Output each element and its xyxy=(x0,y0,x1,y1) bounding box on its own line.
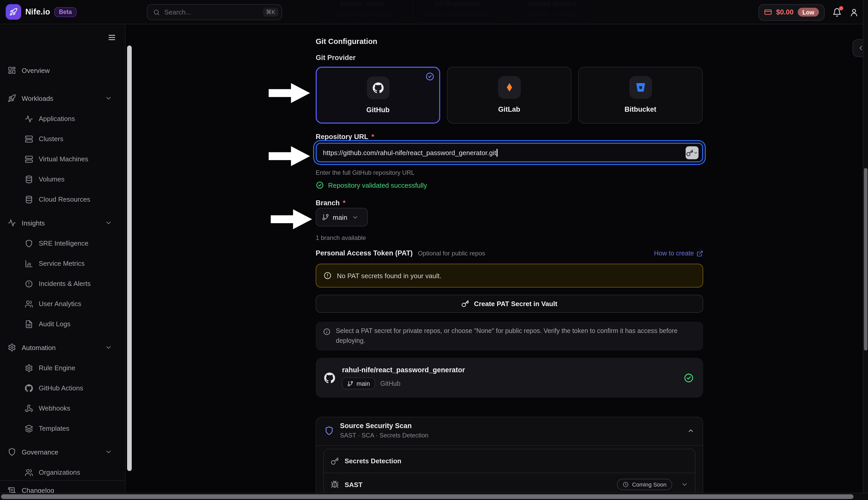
git-branch-icon xyxy=(347,380,353,387)
security-row-secrets-detection[interactable]: Secrets Detection xyxy=(324,449,695,473)
search-placeholder: Search... xyxy=(164,8,191,16)
branch-dropdown[interactable]: main xyxy=(316,208,368,226)
credit-card-icon xyxy=(764,8,772,16)
rocket-icon xyxy=(8,94,16,102)
source-security-scan-card: Source Security Scan SAST · SCA · Secret… xyxy=(316,417,703,500)
how-to-create-link[interactable]: How to create xyxy=(654,250,703,257)
horizontal-scrollbar-thumb[interactable] xyxy=(1,494,854,499)
key-icon xyxy=(462,300,469,308)
git-branch-icon xyxy=(322,214,329,221)
sidebar-item-rule-engine[interactable]: Rule Engine xyxy=(0,358,125,378)
repository-url-input[interactable]: https://github.com/rahul-nife/react_pass… xyxy=(316,143,703,162)
balance-amount: $0.00 xyxy=(776,8,794,16)
layers-icon xyxy=(25,424,33,433)
security-scan-header[interactable]: Source Security Scan SAST · SCA · Secret… xyxy=(316,417,703,445)
required-asterisk: * xyxy=(372,133,374,141)
sidebar-item-automation[interactable]: Automation xyxy=(0,337,125,358)
sidebar-item-webhooks[interactable]: Webhooks xyxy=(0,398,125,418)
rocket-icon xyxy=(9,8,17,16)
sidebar-item-organizations[interactable]: Organizations xyxy=(0,462,125,480)
check-circle-icon xyxy=(316,181,324,189)
password-manager-key-button[interactable] xyxy=(685,146,699,159)
sidebar-item-applications[interactable]: Applications xyxy=(0,109,125,129)
pat-warning-banner: No PAT secrets found in your vault. xyxy=(316,264,703,287)
external-link-icon xyxy=(696,250,703,257)
create-pat-secret-button[interactable]: Create PAT Secret in Vault xyxy=(316,295,703,313)
notifications-button[interactable] xyxy=(832,8,842,17)
activity-icon xyxy=(25,115,33,123)
app-viewport: Docker ImageDocker Hub or registryGit Re… xyxy=(0,0,868,500)
repository-url-helper: Enter the full GitHub repository URL xyxy=(316,169,703,176)
nife-logo xyxy=(6,4,21,20)
bug-icon xyxy=(331,480,339,489)
provider-card-bitbucket[interactable]: Bitbucket xyxy=(578,67,703,124)
brand-name: Nife.io xyxy=(25,7,50,16)
settings-icon xyxy=(8,343,16,352)
github-icon xyxy=(324,372,335,383)
sidebar-item-volumes[interactable]: Volumes xyxy=(0,169,125,189)
gitlab-icon xyxy=(504,82,515,93)
security-scan-title: Source Security Scan xyxy=(340,422,428,430)
webhook-icon xyxy=(25,404,33,412)
sidebar-item-workloads[interactable]: Workloads xyxy=(0,88,125,109)
repository-summary-card: rahul-nife/react_password_generator main… xyxy=(316,358,703,398)
sidebar-item-templates[interactable]: Templates xyxy=(0,418,125,439)
shield-icon xyxy=(8,448,16,456)
brand[interactable]: Nife.io Beta xyxy=(6,4,77,20)
sidebar-item-overview[interactable]: Overview xyxy=(0,60,125,81)
security-scan-panel: Secrets DetectionSASTComing Soon xyxy=(324,449,695,496)
provider-card-github[interactable]: GitHub xyxy=(316,67,440,124)
chevron-down-icon xyxy=(105,95,112,102)
balance-pill[interactable]: $0.00 Low xyxy=(759,4,825,20)
sidebar-item-incidents-alerts[interactable]: Incidents & Alerts xyxy=(0,274,125,294)
sidebar-nav: OverviewWorkloadsApplicationsClustersVir… xyxy=(0,36,125,480)
chevron-up-icon xyxy=(687,427,694,434)
chevron-down-icon xyxy=(693,150,698,155)
layout-icon xyxy=(8,66,16,75)
sidebar-item-user-analytics[interactable]: User Analytics xyxy=(0,294,125,314)
sidebar-item-service-metrics[interactable]: Service Metrics xyxy=(0,253,125,274)
header-actions: $0.00 Low xyxy=(759,0,859,24)
git-provider-cards: GitHubGitLabBitbucket xyxy=(316,67,703,124)
sidebar-item-audit-logs[interactable]: Audit Logs xyxy=(0,314,125,334)
check-circle-icon xyxy=(683,373,694,383)
alert-icon xyxy=(25,280,33,288)
user-icon xyxy=(849,8,859,17)
provider-card-gitlab[interactable]: GitLab xyxy=(447,67,572,124)
notification-dot xyxy=(839,6,843,10)
database-icon xyxy=(25,195,33,203)
pat-header: Personal Access Token (PAT) Optional for… xyxy=(316,249,703,257)
key-icon xyxy=(331,457,339,465)
provider-name: GitHub xyxy=(380,380,400,387)
chart-icon xyxy=(25,259,33,268)
github-icon xyxy=(25,384,33,392)
sidebar-item-cloud-resources[interactable]: Cloud Resources xyxy=(0,189,125,209)
search-input[interactable]: Search... ⌘K xyxy=(147,4,282,20)
sidebar-item-clusters[interactable]: Clusters xyxy=(0,129,125,149)
chevron-down-icon xyxy=(105,344,112,351)
bitbucket-icon xyxy=(635,82,646,93)
shield-icon xyxy=(25,239,33,247)
divider xyxy=(316,445,703,446)
sidebar-item-insights[interactable]: Insights xyxy=(0,213,125,233)
vertical-scrollbar-thumb[interactable] xyxy=(864,168,867,351)
clock-icon xyxy=(623,481,629,488)
sidebar-item-github-actions[interactable]: GitHub Actions xyxy=(0,378,125,398)
security-row-sast[interactable]: SASTComing Soon xyxy=(324,473,695,496)
repository-url-label: Repository URL * xyxy=(316,133,703,141)
repository-name: rahul-nife/react_password_generator xyxy=(342,366,465,374)
search-shortcut: ⌘K xyxy=(263,8,279,16)
sidebar-item-sre-intelligence[interactable]: SRE Intelligence xyxy=(0,233,125,253)
sidebar-scrollbar-thumb[interactable] xyxy=(127,46,132,471)
beta-badge: Beta xyxy=(54,7,77,17)
users-icon xyxy=(25,300,33,308)
coming-soon-badge: Coming Soon xyxy=(617,479,672,490)
pat-label: Personal Access Token (PAT) xyxy=(316,249,413,257)
security-scan-subtitle: SAST · SCA · Secrets Detection xyxy=(340,432,428,439)
account-button[interactable] xyxy=(849,8,859,17)
search-icon xyxy=(153,9,160,16)
server-icon xyxy=(25,135,33,143)
sidebar-item-governance[interactable]: Governance xyxy=(0,442,125,462)
chevron-down-icon xyxy=(681,481,688,488)
sidebar-item-virtual-machines[interactable]: Virtual Machines xyxy=(0,149,125,169)
